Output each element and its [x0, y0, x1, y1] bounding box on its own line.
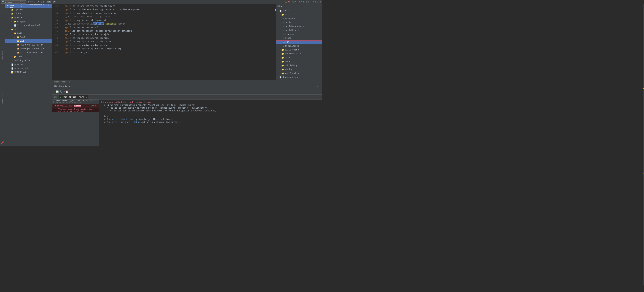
code-line-34: 34 api libs.io.projectreactor.reactor.co… [52, 4, 276, 8]
group-arrow: ▸ [280, 68, 280, 70]
group-arrow: ▾ [280, 14, 280, 16]
run-tabs: Run: ▶ JYso-master [jar] ✕ [52, 94, 322, 100]
gradle-dependencies-group[interactable]: ▸ 📋 Dependencies [276, 75, 322, 79]
tree-label: README.md [14, 71, 26, 74]
tree-build-gradle[interactable]: ⚙ build.gradle [5, 59, 52, 62]
search-box[interactable]: 🔍 ✕ [1, 0, 26, 4]
gear-icon: ⚙ [283, 18, 284, 20]
code-line-44: 44 api libs.org.apache.wicket.wicket.uti… [52, 40, 276, 43]
tree-java-folder[interactable]: 📂 java [5, 35, 52, 39]
caret-icon[interactable]: ∧ [295, 1, 296, 3]
tree-readme[interactable]: 📝 README.md [5, 70, 52, 74]
tree-arrow [8, 16, 11, 19]
refresh-icon[interactable]: ↺ [27, 1, 29, 3]
tree-label: wrapper [17, 20, 26, 23]
tree-test-folder[interactable]: 📂 test [5, 55, 52, 59]
search-input[interactable] [5, 1, 19, 3]
pin-icon[interactable]: 📌 [0, 140, 5, 145]
jpa-add-icon[interactable]: + [54, 90, 55, 93]
tree-weblogic-jar[interactable]: 📦 weblogic-server.jar [5, 47, 52, 51]
gradle-build-group[interactable]: ▾ 📁 build [276, 13, 322, 17]
top-bar-right: ▲2 ⚑1 ✓2 ∧ ⚙ ≡ ⊞ ⊡ ↕ ↔ ⊕ ⊗ ≣ ⊟ [285, 1, 321, 3]
tree-versions-file[interactable]: 📄 libs.versions.toml [5, 24, 52, 27]
gradle-assemble[interactable]: ⚙ assemble [276, 17, 322, 20]
jpa-close-icon[interactable]: − [319, 85, 320, 88]
tree-label: java [20, 36, 25, 38]
toolbar-icons: ⚙ ≡ ⊞ ⊡ ↕ ↔ ⊕ ⊗ ≣ ⊟ [298, 1, 321, 3]
run-compile-error[interactable]: ● :compileJava 1 error 174 ms [52, 104, 99, 108]
gradle-other-group[interactable]: ▸ 📁 other [276, 60, 322, 64]
folder-icon: 📁 [11, 12, 14, 15]
tree-gradlew-bat[interactable]: 📄 gradlew.bat [5, 66, 52, 70]
gradle-tasks-group[interactable]: ▾ 📋 Tasks [276, 9, 322, 13]
gear-icon: ⚙ [283, 29, 284, 32]
md-icon: 📝 [11, 71, 14, 74]
tree-src-folder[interactable]: 📂 src [5, 27, 52, 31]
gradle-shadow-group[interactable]: ▸ 📁 shadow [276, 68, 322, 72]
prev-result[interactable]: ▲ [53, 1, 54, 3]
code-line-47: 47 api libs.rhino.js [52, 50, 276, 54]
top-search-bar: 🔍 ✕ ↺ Cc W .* 2 results ▲ ▼ ▲2 ⚑1 ✓2 ∧ ⚙… [0, 0, 322, 4]
gradle-help-group[interactable]: ▸ 📁 help [276, 56, 322, 60]
gradle-build-dependents[interactable]: ⚙ buildDependents [276, 24, 322, 28]
search-options: ↺ Cc W .* [27, 1, 40, 3]
gradle-group-icon: 📁 [281, 60, 284, 63]
run-sub-error[interactable]: ● The configured executable does not exi… [52, 108, 99, 112]
code-line-40: 40 api libs.xerces.xercesimpl [52, 26, 276, 29]
gradle-test-classes[interactable]: ⚙ testClasses [276, 44, 322, 48]
project-path: C:\Users\Administrator\Desktop\gradlepro… [20, 4, 51, 8]
run-label: Run: [53, 96, 58, 98]
stacktrace-link[interactable]: Run with --stacktrace [106, 118, 134, 120]
tree-main-folder[interactable]: 📂 main [5, 31, 52, 35]
gradle-publishing-group[interactable]: ▸ 📁 publishing [276, 64, 322, 68]
tree-wrapper-folder[interactable]: 📁 wrapper [5, 20, 52, 24]
jpa-settings-icon[interactable]: ⚙ [317, 85, 318, 88]
gradle-item-label: shadow [285, 68, 292, 71]
jpa-chart-icon[interactable]: 📊 [56, 90, 59, 93]
jpa-target-icon[interactable]: ⊕ [64, 90, 65, 93]
project-arrow: ▾ [6, 5, 7, 7]
gradle-jar-selected[interactable]: ⚙ jar [276, 40, 322, 44]
tree-gradle-root[interactable]: 📁 gradle [5, 16, 52, 20]
tree-gradle-folder[interactable]: 📁 .gradle [5, 8, 52, 12]
jpa-wrench-icon[interactable]: 🔧 [60, 90, 62, 93]
gradle-classes[interactable]: ⚙ classes [276, 32, 322, 36]
editor-content[interactable]: 34 api libs.io.projectreactor.reactor.co… [52, 4, 276, 80]
gradle-build-setup-group[interactable]: ▸ 📁 build setup [276, 48, 322, 52]
close-icon[interactable]: ✕ [20, 0, 21, 3]
file-icon: 📄 [11, 63, 14, 66]
tree-gradlew[interactable]: 📄 gradlew [5, 62, 52, 66]
gradle-build-task[interactable]: ⚙ build [276, 20, 322, 24]
folder-src-icon: 📂 [17, 36, 20, 38]
run-button[interactable]: ▶ [0, 4, 5, 9]
error-circle-icon: ● [55, 105, 56, 107]
regex-icon[interactable]: .* [36, 1, 39, 3]
gradle-build-needed[interactable]: ⚙ buildNeeded [276, 28, 322, 32]
run-tab-main[interactable]: ▶ JYso-master [jar] ✕ [59, 95, 88, 99]
gradle-verification-group[interactable]: ▸ 📁 verification [276, 72, 322, 75]
case-icon[interactable]: Cc [30, 1, 33, 3]
gradle-clean[interactable]: ⚙ clean [276, 36, 322, 40]
gradle-task-label: buildDependents [285, 25, 304, 28]
jpa-calendar-icon[interactable]: 📅 [66, 90, 68, 93]
favorites-icon: Favorites [0, 53, 5, 58]
gradle-task-label: build [285, 21, 292, 24]
word-icon[interactable]: W [34, 1, 36, 3]
tree-idea-folder[interactable]: 📁 .idea [5, 12, 52, 16]
tree-wlthint-jar[interactable]: 📦 wlthint3client.jar [5, 51, 52, 55]
project-header[interactable]: ▾ JYso-master [JYso] C:\Users\Administra… [5, 4, 52, 8]
info-link[interactable]: Run with --info or --debug [106, 121, 140, 123]
tree-jai-jar[interactable]: 📦 jai_core-1.1.3.jar [5, 43, 52, 47]
next-result[interactable]: ▼ [54, 1, 56, 3]
settings-button[interactable]: ⚙ [0, 10, 5, 14]
error-count: ⚑1 [288, 1, 290, 3]
code-line-37: 37 //api libs.javax.media.jai.jai.core [52, 15, 276, 18]
gradle-item-label: verification [285, 72, 300, 75]
run-content: ▶ JYso-master [jar]: failed At 2024-05-0… [52, 100, 322, 146]
gradle-documentation-group[interactable]: ▸ 📁 documentation [276, 52, 322, 56]
run-build-item[interactable]: ▶ JYso-master [jar]: failed At 2024-05-0… [52, 100, 99, 104]
code-editor: 34 api libs.io.projectreactor.reactor.co… [52, 4, 276, 84]
tree-lib-folder[interactable]: 📂 lib [5, 39, 52, 43]
gradle-task-label: jar [286, 41, 289, 43]
close-tab-icon[interactable]: ✕ [86, 96, 87, 98]
